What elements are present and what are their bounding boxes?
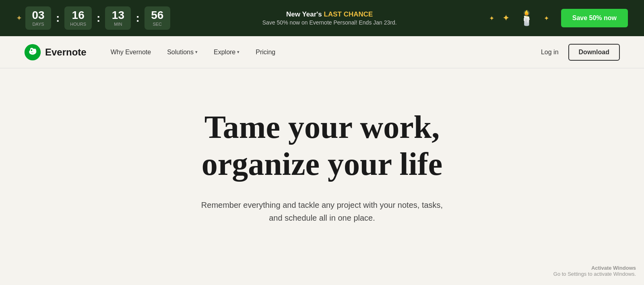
nav-pricing[interactable]: Pricing (256, 49, 275, 56)
separator-3: : (136, 12, 139, 25)
nav-pricing-label: Pricing (256, 49, 275, 56)
nav-why-evernote[interactable]: Why Evernote (111, 49, 151, 56)
solutions-chevron-icon: ▾ (195, 49, 198, 55)
login-link[interactable]: Log in (541, 49, 559, 56)
countdown-min: 13 Min (105, 6, 131, 30)
nav-explore[interactable]: Explore ▾ (214, 49, 239, 56)
explore-chevron-icon: ▾ (237, 49, 239, 55)
hero-title-line1: Tame your work, (204, 109, 440, 145)
countdown-container: ✦ 03 Days : 16 Hours : 13 Min : 56 Sec (16, 6, 170, 30)
star-icon: ✦ (16, 14, 22, 23)
nav-right: Log in Download (541, 44, 620, 61)
banner-message: New Year's LAST CHANCE Save 50% now on E… (170, 10, 489, 26)
banner-highlight: LAST CHANCE (324, 10, 373, 18)
separator-2: : (97, 12, 100, 25)
ornament-icon: 🕯️ (518, 11, 536, 25)
logo-link[interactable]: Evernote (24, 44, 87, 61)
logo-text: Evernote (45, 47, 87, 58)
hero-section: Tame your work, organize your life Remem… (0, 68, 644, 248)
nav-solutions[interactable]: Solutions ▾ (167, 49, 198, 56)
sparkle-icon-3: ✦ (544, 14, 549, 22)
sparkle-icon-2: ✦ (502, 13, 510, 23)
promo-banner: ✦ 03 Days : 16 Hours : 13 Min : 56 Sec N… (0, 0, 644, 36)
hero-title: Tame your work, organize your life (141, 109, 503, 182)
countdown-sec: 56 Sec (144, 6, 170, 30)
separator-1: : (56, 12, 60, 25)
banner-prefix: New Year's (286, 10, 324, 18)
nav-explore-label: Explore (214, 49, 235, 56)
sparkle-icon-1: ✦ (489, 14, 494, 22)
navbar: Evernote Why Evernote Solutions ▾ Explor… (0, 36, 644, 68)
nav-solutions-label: Solutions (167, 49, 194, 56)
nav-links: Why Evernote Solutions ▾ Explore ▾ Prici… (111, 49, 541, 56)
banner-body: Save 50% now on Evernote Personal! Ends … (186, 19, 473, 26)
countdown-hours: 16 Hours (64, 6, 92, 30)
nav-why-evernote-label: Why Evernote (111, 49, 151, 56)
hero-subtitle: Remember everything and tackle any proje… (197, 199, 447, 224)
banner-decorations: ✦ ✦ 🕯️ ✦ (489, 11, 549, 25)
countdown-days: 03 Days (25, 6, 51, 30)
hero-title-line2: organize your life (202, 146, 442, 182)
save-now-button[interactable]: Save 50% now (561, 9, 628, 27)
svg-point-1 (31, 49, 32, 51)
download-button[interactable]: Download (568, 44, 620, 61)
evernote-logo-icon (24, 44, 41, 61)
